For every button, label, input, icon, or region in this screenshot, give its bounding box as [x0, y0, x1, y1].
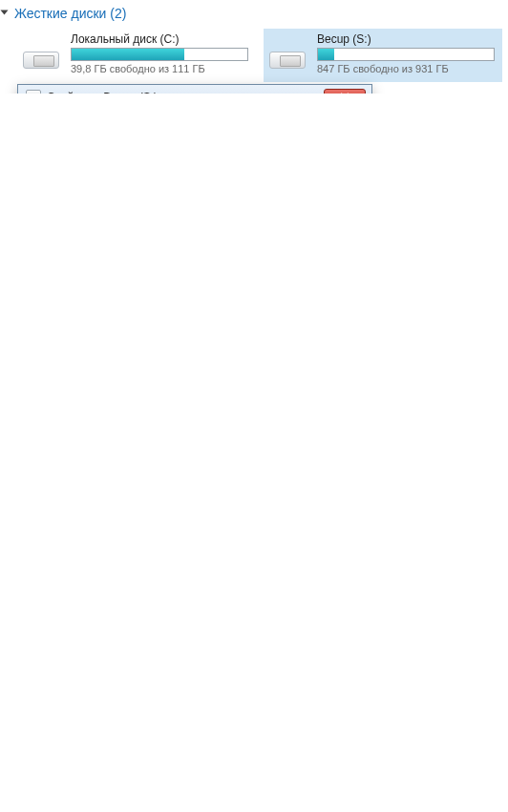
properties-dialog: Свойства: Becup (S:) ReadyBoost Предыдущ…	[17, 84, 372, 94]
drive-free-text: 39,8 ГБ свободно из 111 ГБ	[71, 63, 248, 74]
hdd-icon	[21, 38, 61, 73]
close-button[interactable]	[324, 89, 366, 94]
hdd-icon	[267, 38, 307, 73]
drive-titlebar-icon	[26, 90, 41, 94]
dialog-title: Свойства: Becup (S:)	[47, 91, 324, 94]
drive-free-text: 847 ГБ свободно из 931 ГБ	[317, 63, 495, 74]
drives-header-text: Жесткие диски (2)	[14, 6, 127, 21]
drive-capacity-bar	[317, 48, 495, 61]
collapse-triangle-icon[interactable]	[1, 10, 9, 15]
close-icon	[339, 92, 350, 94]
drive-item-c[interactable]: Локальный диск (С:) 39,8 ГБ свободно из …	[17, 29, 256, 82]
drives-section-header: Жесткие диски (2)	[0, 0, 508, 27]
drive-item-s[interactable]: Becup (S:) 847 ГБ свободно из 931 ГБ	[264, 29, 502, 82]
drive-capacity-bar	[71, 48, 248, 61]
drive-title: Becup (S:)	[317, 32, 495, 46]
titlebar[interactable]: Свойства: Becup (S:)	[18, 85, 371, 94]
drive-title: Локальный диск (С:)	[71, 32, 248, 46]
